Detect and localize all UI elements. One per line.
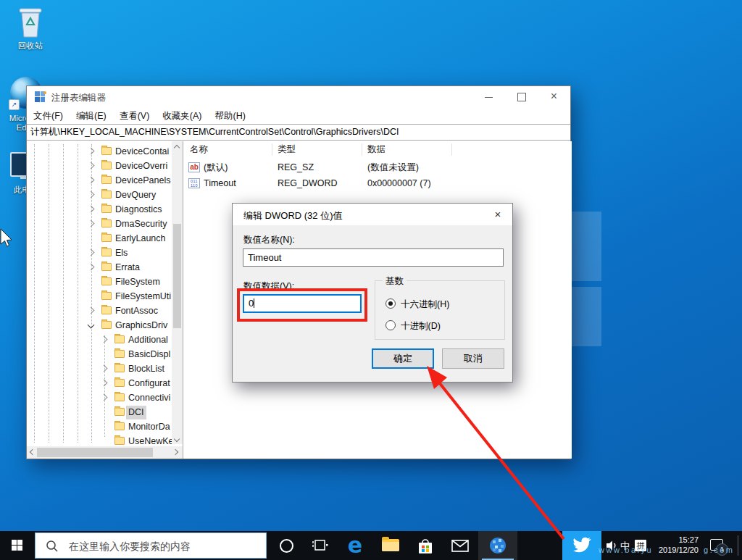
column-header-type[interactable]: 类型 xyxy=(278,141,296,157)
menu-item-3[interactable]: 收藏夹(A) xyxy=(156,108,208,125)
scroll-left-icon[interactable] xyxy=(30,449,36,455)
column-header-name[interactable]: 名称 xyxy=(190,141,208,157)
expand-chevron-icon[interactable] xyxy=(101,336,108,343)
expand-chevron-icon[interactable] xyxy=(88,191,95,198)
twitter-icon xyxy=(572,537,591,554)
edge-taskbar-button[interactable]: e xyxy=(338,531,372,560)
expand-chevron-icon[interactable] xyxy=(88,264,95,271)
notification-badge: 1 xyxy=(716,543,728,556)
column-divider[interactable] xyxy=(451,143,452,156)
tree-item-FileSystemUti[interactable]: FileSystemUti xyxy=(27,289,172,304)
expand-chevron-icon[interactable] xyxy=(101,394,108,401)
expand-chevron-icon[interactable] xyxy=(88,220,95,227)
dialog-close-icon[interactable]: × xyxy=(483,204,512,225)
tree-item-label: GraphicsDriv xyxy=(115,319,167,333)
column-divider[interactable] xyxy=(272,143,272,156)
scrollbar-thumb[interactable] xyxy=(173,224,181,328)
tree-item-label: DmaSecurity xyxy=(115,217,167,231)
store-button[interactable] xyxy=(409,531,442,560)
tree-item-label: FontAssoc xyxy=(115,304,158,318)
folder-icon xyxy=(101,248,112,256)
tree-item-DevQuery[interactable]: DevQuery xyxy=(27,188,172,202)
tree-item-label: FileSystemUti xyxy=(115,290,171,304)
radio-hexadecimal[interactable]: 十六进制(H) xyxy=(385,298,449,311)
tree-item-BlockList[interactable]: BlockList xyxy=(27,362,172,376)
scroll-right-icon[interactable] xyxy=(172,449,178,455)
tree-item-FontAssoc[interactable]: FontAssoc xyxy=(27,304,172,318)
tree-item-DmaSecurity[interactable]: DmaSecurity xyxy=(27,217,172,231)
expand-chevron-icon[interactable] xyxy=(101,365,108,372)
tree-item-MonitorDa[interactable]: MonitorDa xyxy=(27,419,172,434)
file-explorer-button[interactable] xyxy=(374,531,407,560)
cancel-button[interactable]: 取消 xyxy=(442,348,504,369)
dialog-title-bar[interactable]: 编辑 DWORD (32 位)值 × xyxy=(233,204,512,225)
tree-horizontal-scrollbar[interactable] xyxy=(27,446,183,459)
tree-item-label: DCI xyxy=(126,406,146,419)
tree-item-Configurat[interactable]: Configurat xyxy=(27,376,172,390)
cortana-icon xyxy=(280,539,293,553)
tree-item-DeviceOverri[interactable]: DeviceOverri xyxy=(27,159,172,173)
folder-icon xyxy=(101,292,112,300)
desktop: 回收站 ↗ Microsoft Edge 此电脑 注册表编辑器 × 文件(F)编… xyxy=(0,0,742,560)
value-name-label: 数值名称(N): xyxy=(243,234,295,246)
tree-item-Errata[interactable]: Errata xyxy=(27,260,172,275)
tree-item-GraphicsDriv[interactable]: GraphicsDriv xyxy=(27,318,172,333)
recycle-bin-icon[interactable] xyxy=(14,3,46,39)
tree-vertical-scrollbar[interactable] xyxy=(172,141,183,444)
scrollbar-thumb[interactable] xyxy=(37,448,153,457)
tray-clock[interactable]: 15:27 2019/12/20 xyxy=(651,535,699,555)
search-input[interactable] xyxy=(67,533,259,559)
radio-decimal[interactable]: 十进制(D) xyxy=(385,320,441,333)
registry-title-bar[interactable]: 注册表编辑器 × xyxy=(27,86,570,108)
value-name-field[interactable]: Timeout xyxy=(243,248,504,267)
registry-value-row-Timeout[interactable]: 011110TimeoutREG_DWORD0x00000007 (7) xyxy=(184,176,572,192)
ok-button[interactable]: 确定 xyxy=(372,348,434,369)
speaker-icon[interactable] xyxy=(606,540,619,551)
scroll-up-icon[interactable] xyxy=(174,145,180,151)
wallpaper-glow xyxy=(571,287,601,346)
menu-item-2[interactable]: 查看(V) xyxy=(113,108,157,125)
close-button[interactable]: × xyxy=(538,86,570,108)
tree-item-DeviceContai[interactable]: DeviceContai xyxy=(27,144,172,159)
ime-language-indicator[interactable]: 中 xyxy=(620,540,630,553)
column-header-data[interactable]: 数据 xyxy=(367,141,385,157)
tree-item-Additional[interactable]: Additional xyxy=(27,333,172,347)
tree-item-FileSystem[interactable]: FileSystem xyxy=(27,275,172,289)
expand-chevron-icon[interactable] xyxy=(88,249,95,256)
expand-chevron-icon[interactable] xyxy=(88,177,95,184)
menu-item-4[interactable]: 帮助(H) xyxy=(208,108,251,125)
menu-item-1[interactable]: 编辑(E) xyxy=(70,108,113,125)
tree-item-label: EarlyLaunch xyxy=(115,232,166,246)
menu-item-0[interactable]: 文件(F) xyxy=(27,108,70,125)
expand-chevron-icon[interactable] xyxy=(101,380,108,387)
cortana-button[interactable] xyxy=(270,531,302,560)
minimize-button[interactable] xyxy=(472,86,505,108)
tree-item-EarlyLaunch[interactable]: EarlyLaunch xyxy=(27,231,172,246)
task-view-button[interactable] xyxy=(304,531,336,560)
expand-chevron-icon[interactable] xyxy=(88,162,95,170)
maximize-button[interactable] xyxy=(505,86,538,108)
expand-chevron-icon[interactable] xyxy=(88,148,95,155)
tree-item-BasicDispl[interactable]: BasicDispl xyxy=(27,347,172,362)
tree-item-DCI[interactable]: DCI xyxy=(27,405,172,419)
tree-item-Connectivi[interactable]: Connectivi xyxy=(27,390,172,405)
tree-item-DevicePanels[interactable]: DevicePanels xyxy=(27,173,172,188)
show-desktop-divider[interactable] xyxy=(738,535,738,556)
start-button[interactable] xyxy=(0,531,35,560)
tree-item-label: DevQuery xyxy=(115,188,156,202)
registry-value-row-(默认)[interactable]: ab(默认)REG_SZ(数值未设置) xyxy=(184,160,572,176)
column-divider[interactable] xyxy=(362,143,362,156)
taskbar-search[interactable] xyxy=(35,532,267,559)
baiyun-app-button[interactable] xyxy=(478,531,517,560)
ime-mode-indicator[interactable]: 拼 xyxy=(635,540,646,551)
scroll-down-icon[interactable] xyxy=(174,436,180,442)
registry-address-bar[interactable]: 计算机\HKEY_LOCAL_MACHINE\SYSTEM\CurrentCon… xyxy=(27,124,570,141)
mail-button[interactable] xyxy=(443,531,477,560)
tree-item-Diagnostics[interactable]: Diagnostics xyxy=(27,202,172,217)
registry-tree-panel: DeviceContaiDeviceOverriDevicePanelsDevQ… xyxy=(27,141,183,459)
collapse-chevron-icon[interactable] xyxy=(88,322,95,329)
expand-chevron-icon[interactable] xyxy=(88,307,95,314)
tree-item-Els[interactable]: Els xyxy=(27,246,172,260)
expand-chevron-icon[interactable] xyxy=(88,206,95,213)
twitter-button[interactable] xyxy=(562,531,601,560)
